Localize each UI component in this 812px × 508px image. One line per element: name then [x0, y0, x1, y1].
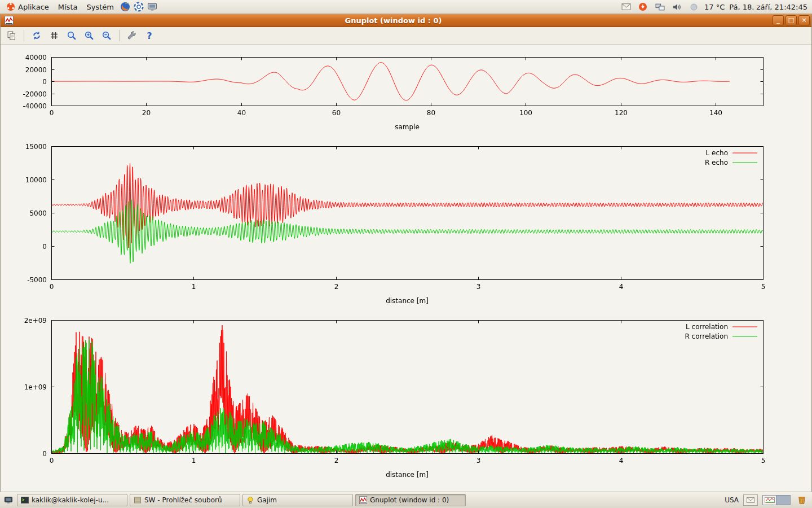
- taskbar-item-label: SW - Prohlížeč souborů: [144, 496, 222, 504]
- network-tray[interactable]: [654, 1, 666, 13]
- help-lifering-icon: [134, 2, 144, 12]
- toggle-grid-button[interactable]: [47, 28, 61, 43]
- settings-button[interactable]: [125, 28, 139, 43]
- show-desktop-button[interactable]: [2, 494, 15, 506]
- speaker-icon: [672, 3, 681, 11]
- taskbar-tray: USA: [725, 493, 810, 507]
- taskbar-item-gnuplot[interactable]: Gnuplot (window id : 0): [355, 494, 466, 506]
- network-computers-icon: [655, 3, 665, 11]
- gajim-icon: [246, 496, 254, 504]
- taskbar-item-file-manager[interactable]: SW - Prohlížeč souborů: [130, 494, 240, 506]
- taskbar-item-label: kaklik@kaklik-kolej-u...: [32, 496, 109, 504]
- workspace-2[interactable]: [776, 496, 790, 505]
- mail-icon: [621, 3, 631, 11]
- replot-button[interactable]: [29, 28, 44, 43]
- show-desktop-icon: [4, 496, 13, 505]
- gnuplot-window: Gnuplot (window id : 0) _ □ × ?: [0, 14, 812, 492]
- workspace-thumbnail-icon: [765, 497, 775, 503]
- toolbar-separator: [24, 30, 24, 41]
- maximize-button[interactable]: □: [785, 15, 797, 25]
- help-launcher[interactable]: [133, 1, 145, 13]
- replot-refresh-icon: [32, 30, 42, 41]
- zoom-in-icon: [84, 30, 94, 41]
- mail-tray-button[interactable]: [743, 494, 758, 506]
- panel-clock[interactable]: Pá, 18. září, 21:42:45: [729, 3, 807, 11]
- weather-icon: [687, 1, 700, 13]
- menu-places-label: Místa: [58, 3, 78, 11]
- chart-canvas-echo[interactable]: [1, 139, 811, 309]
- taskbar-item-terminal[interactable]: kaklik@kaklik-kolej-u...: [17, 494, 127, 506]
- zoom-out-icon: [102, 30, 112, 41]
- ubuntu-logo-icon: [6, 2, 15, 11]
- gnuplot-icon: [359, 496, 367, 504]
- titlebar[interactable]: Gnuplot (window id : 0) _ □ ×: [1, 14, 811, 27]
- taskbar-item-label: Gajim: [257, 496, 277, 504]
- mail-icon: [746, 497, 755, 503]
- trash-button[interactable]: [795, 493, 809, 507]
- minimize-button[interactable]: _: [773, 15, 784, 25]
- chart-canvas-correlation[interactable]: [1, 313, 811, 483]
- keyboard-layout-indicator[interactable]: USA: [725, 496, 739, 504]
- zoom-button[interactable]: [64, 28, 79, 43]
- update-manager-tray[interactable]: [637, 1, 649, 13]
- gnome-panel: Aplikace Místa Systém 17 °C Pá, 18. září…: [0, 0, 812, 14]
- workspace-switcher[interactable]: [762, 495, 791, 505]
- gnuplot-window-icon: [5, 16, 14, 25]
- zoom-out-button[interactable]: [99, 28, 114, 43]
- taskbar-item-gajim[interactable]: Gajim: [242, 494, 353, 506]
- menu-system[interactable]: Systém: [82, 2, 117, 12]
- workspace-1[interactable]: [763, 496, 776, 505]
- update-icon: [638, 2, 647, 11]
- terminal-icon: [21, 496, 29, 504]
- help-button[interactable]: ?: [142, 28, 157, 43]
- volume-tray[interactable]: [670, 1, 683, 13]
- grid-icon: [50, 31, 59, 40]
- firefox-icon: [120, 2, 130, 12]
- screensaver-launcher[interactable]: [146, 1, 158, 13]
- copy-to-clipboard-button[interactable]: [4, 28, 19, 43]
- gnuplot-toolbar: ?: [1, 27, 811, 45]
- toolbar-separator: [119, 30, 120, 41]
- menu-system-label: Systém: [86, 3, 113, 11]
- chart-canvas-signal[interactable]: [1, 50, 811, 135]
- panel-status-area: 17 °C Pá, 18. září, 21:42:45: [620, 1, 810, 13]
- weather-temperature: 17 °C: [704, 3, 725, 11]
- screen-icon: [147, 2, 157, 12]
- trash-icon: [797, 495, 807, 505]
- file-manager-icon: [134, 496, 142, 504]
- taskbar-item-label: Gnuplot (window id : 0): [370, 496, 449, 504]
- menu-places[interactable]: Místa: [54, 2, 82, 12]
- firefox-launcher[interactable]: [119, 1, 131, 13]
- menu-applications-label: Aplikace: [18, 3, 49, 11]
- copy-icon: [7, 31, 16, 41]
- wrench-icon: [127, 30, 137, 41]
- zoom-in-button[interactable]: [82, 28, 96, 43]
- taskbar: kaklik@kaklik-kolej-u... SW - Prohlížeč …: [0, 492, 812, 508]
- menu-applications[interactable]: Aplikace: [2, 1, 53, 12]
- close-button[interactable]: ×: [798, 15, 810, 25]
- zoom-icon: [67, 30, 77, 41]
- plot-area: [1, 45, 811, 492]
- mail-notifier-tray[interactable]: [620, 1, 632, 13]
- window-title: Gnuplot (window id : 0): [16, 16, 771, 25]
- help-question-icon: ?: [147, 30, 152, 41]
